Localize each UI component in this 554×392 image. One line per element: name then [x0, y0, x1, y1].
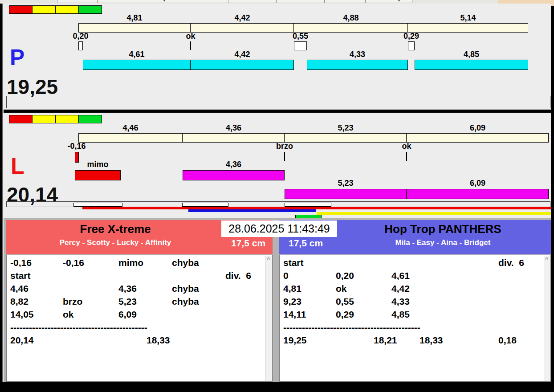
split-label: 4,42	[234, 14, 250, 22]
table-cell: 9,23	[283, 296, 301, 307]
section-separator	[4, 110, 551, 113]
table-row: 8,82brzo5,23chyba	[10, 296, 265, 309]
marker-label: ok	[402, 142, 411, 150]
marker-box	[78, 41, 83, 50]
table-cell: chyba	[172, 283, 199, 294]
legend-cell	[32, 5, 56, 14]
team-name: Hop Trop PANTHERS	[335, 222, 551, 236]
lane-letter: P	[10, 46, 24, 69]
run-bar-label: 4,33	[350, 50, 365, 58]
table-row: startdiv. 6	[10, 270, 265, 283]
split-bar-segment	[78, 23, 191, 33]
split-label: 4,36	[226, 124, 241, 132]
overview-slot	[285, 203, 331, 207]
table-cell: 5,23	[118, 296, 137, 307]
run-bar-label: mimo	[87, 160, 108, 168]
team-dogs: Percy - Scotty - Lucky - Affinity	[6, 238, 224, 247]
jump-height-label: 17,5 cm	[231, 238, 265, 249]
team-name: Free X-treme	[6, 222, 224, 236]
run-bar	[285, 189, 407, 199]
legend-cell	[9, 5, 33, 14]
dashed-separator: ----------------------------------------…	[10, 322, 265, 335]
split-bar-segment	[190, 23, 294, 33]
table-row: -0,16-0,16mimochyba	[10, 257, 265, 270]
table-row: 00,204,61	[283, 270, 543, 283]
table-cell: 4,81	[283, 283, 301, 294]
total-cell: 18,21	[374, 335, 397, 346]
table-cell: 8,82	[10, 296, 29, 307]
split-label: 4,88	[343, 14, 358, 22]
overview-slot	[73, 203, 122, 207]
scroll-up-icon[interactable]: ^	[545, 256, 549, 262]
lane-p-status-strip	[6, 96, 550, 108]
legend-cell	[9, 115, 33, 123]
run-bar-label: 4,85	[464, 50, 479, 58]
marker-tick	[284, 152, 285, 161]
table-cell: 6,09	[118, 309, 137, 320]
overview-bar	[317, 212, 551, 215]
table-row: 14,05ok6,09	[10, 309, 265, 322]
split-bar-segment	[406, 133, 549, 143]
table-cell: div. 6	[498, 257, 524, 268]
table-cell: 4,33	[391, 296, 410, 307]
table-cell: 4,61	[391, 270, 410, 281]
split-label: 4,46	[122, 124, 138, 132]
run-bar	[83, 60, 191, 70]
legend-cell	[55, 115, 79, 123]
run-bar	[307, 60, 408, 70]
table-cell: 0,20	[336, 270, 354, 281]
split-bar-segment	[78, 133, 183, 143]
totals-row: 19,2518,2118,330,18	[283, 335, 543, 348]
table-row: 9,230,554,33	[283, 296, 543, 309]
table-cell: chyba	[172, 296, 199, 307]
marker-tick	[190, 41, 191, 50]
run-bar	[406, 189, 549, 199]
marker-box	[75, 152, 79, 163]
table-cell: ok	[336, 283, 347, 294]
totals-row: 20,1418,33	[10, 335, 265, 348]
split-label: 5,23	[338, 124, 353, 132]
table-cell: -0,16	[63, 257, 84, 268]
run-bar-label: 6,09	[470, 179, 485, 187]
team-log-content: startdiv. 600,204,614,81ok4,429,230,554,…	[283, 257, 543, 381]
split-bar-segment	[284, 133, 407, 143]
overview-slot	[182, 203, 228, 207]
overview-bar	[82, 207, 551, 209]
table-cell: 0	[283, 270, 289, 281]
table-cell: 0,29	[336, 309, 354, 320]
marker-tick	[406, 152, 407, 161]
split-bar-segment	[293, 23, 408, 33]
run-bar	[190, 60, 294, 70]
table-cell: 14,11	[283, 309, 306, 320]
marker-label: 0,29	[403, 32, 419, 40]
run-bar-label: 4,61	[129, 50, 144, 58]
total-cell: 20,14	[10, 335, 34, 346]
table-cell: start	[283, 257, 304, 268]
run-bar	[183, 170, 285, 180]
legend-cell	[78, 115, 102, 123]
scrollbar[interactable]: ^	[265, 256, 272, 381]
scroll-up-icon[interactable]: ^	[267, 256, 270, 262]
lane-total: 19,25	[7, 77, 58, 97]
legend-cell	[78, 5, 102, 14]
lane-letter: L	[11, 155, 24, 177]
run-bar	[75, 170, 121, 180]
marker-label: 0,20	[73, 32, 88, 40]
marker-box	[408, 41, 415, 50]
split-label: 4,81	[126, 14, 142, 22]
team-dogs: Mila - Easy - Aina - Bridget	[335, 238, 551, 247]
table-cell: 4,36	[118, 283, 137, 294]
jump-height-label: 17,5 cm	[289, 238, 323, 249]
split-label: 5,14	[460, 14, 476, 22]
team-log-right[interactable]: startdiv. 600,204,614,81ok4,429,230,554,…	[279, 255, 551, 382]
table-cell: -0,16	[10, 257, 32, 268]
marker-label: brzo	[276, 142, 293, 150]
table-row: startdiv. 6	[283, 257, 543, 270]
table-row: 4,81ok4,42	[283, 283, 543, 296]
total-cell: 0,18	[498, 335, 517, 346]
table-cell: div. 6	[225, 270, 251, 281]
scrollbar[interactable]: ^	[544, 256, 550, 381]
table-cell: ok	[63, 309, 74, 320]
team-log-left[interactable]: -0,16-0,16mimochybastartdiv. 64,464,36ch…	[6, 255, 273, 382]
table-row: 14,110,294,85	[283, 309, 543, 322]
